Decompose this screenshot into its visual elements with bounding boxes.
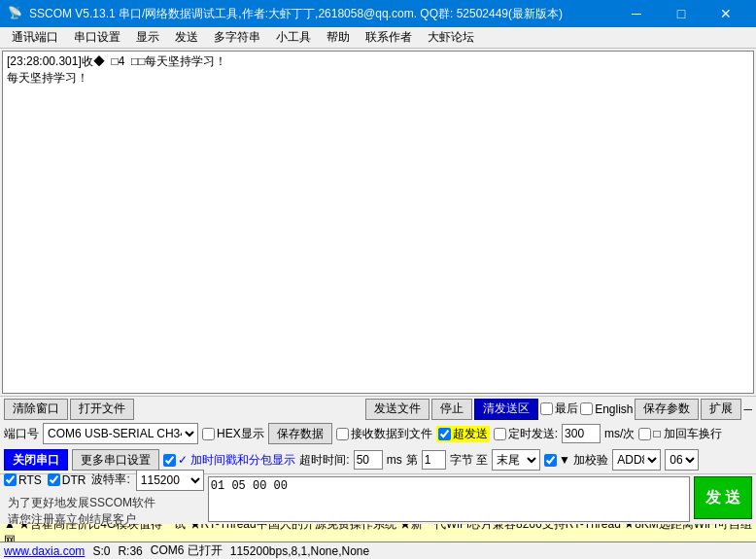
clear-window-button[interactable]: 清除窗口 xyxy=(4,399,68,420)
send-button[interactable]: 发 送 xyxy=(694,476,752,519)
website-label: www.daxia.com xyxy=(4,544,85,558)
checksum-value-select[interactable]: 06 xyxy=(665,449,699,471)
stop-button[interactable]: 停止 xyxy=(431,399,472,420)
add-newline-label[interactable]: □ 加回车换行 xyxy=(638,426,722,442)
menu-serial-settings[interactable]: 串口设置 xyxy=(66,27,128,48)
menu-contact[interactable]: 联系作者 xyxy=(358,27,420,48)
open-file-button[interactable]: 打开文件 xyxy=(70,399,134,420)
minimize-button[interactable]: ─ xyxy=(614,0,659,27)
send-text-input[interactable]: 01 05 00 00 xyxy=(208,476,690,522)
timestamp-label[interactable]: ✓ 加时间戳和分包显示 xyxy=(163,452,295,469)
menu-help[interactable]: 帮助 xyxy=(319,27,358,48)
english-checkbox[interactable] xyxy=(580,402,593,415)
rts-checkbox[interactable] xyxy=(4,473,17,486)
menu-comm-port[interactable]: 通讯端口 xyxy=(4,27,66,48)
last-checkbox-label[interactable]: 最后 xyxy=(540,401,578,417)
timed-send-input[interactable] xyxy=(562,424,601,443)
save-params-button[interactable]: 保存参数 xyxy=(635,399,699,420)
timeout-label: 超时时间: xyxy=(299,452,349,469)
baud-label: 波特率: xyxy=(91,472,129,488)
window-controls: ─ □ ✕ xyxy=(614,0,748,27)
send-file-button[interactable]: 发送文件 xyxy=(365,399,430,420)
dtr-label[interactable]: DTR xyxy=(48,473,86,487)
recv-count-label: R:36 xyxy=(118,544,142,558)
packet-num-input[interactable] xyxy=(422,450,446,470)
timestamp-checkbox[interactable] xyxy=(163,454,176,467)
send-count-label: S:0 xyxy=(92,544,110,558)
rts-label[interactable]: RTS xyxy=(4,473,42,487)
toolbar-row2: 端口号 COM6 USB-SERIAL CH340 HEX显示 保存数据 接收数… xyxy=(0,421,756,446)
port-select[interactable]: COM6 USB-SERIAL CH340 xyxy=(43,423,198,444)
terminal-output: [23:28:00.301]收◆ □4 □□每天坚持学习！ 每天坚持学习！ xyxy=(2,51,754,394)
ticker-bar: ▲ ★含霍高性价比4G模块值得一试 ★RT-Thread中国人的开源免费操作系统… xyxy=(0,524,756,542)
send-area-row: RTS DTR 波特率: 115200 为了更好地发展SSCOM软件 请您注册嘉… xyxy=(0,473,756,524)
close-button[interactable]: ✕ xyxy=(704,0,748,27)
close-port-button[interactable]: 关闭串口 xyxy=(4,449,68,471)
menu-send[interactable]: 发送 xyxy=(167,27,206,48)
save-data-button[interactable]: 保存数据 xyxy=(268,423,332,444)
app-icon: 📡 xyxy=(8,6,23,21)
byte-label: 字节 至 xyxy=(450,452,488,469)
port-params-label: 115200bps,8,1,None,None xyxy=(230,544,369,558)
port-status-label: COM6 已打开 xyxy=(151,542,223,559)
clear-send-area-button[interactable]: 清发送区 xyxy=(474,399,538,420)
receive-file-checkbox[interactable] xyxy=(336,428,349,440)
title-text: SSCOM V5.13.1 串口/网络数据调试工具,作者:大虾丁丁,261805… xyxy=(29,6,614,22)
status-bar: www.daxia.com S:0 R:36 COM6 已打开 115200bp… xyxy=(0,542,756,559)
packet-prefix-label: 第 xyxy=(406,452,418,469)
title-bar: 📡 SSCOM V5.13.1 串口/网络数据调试工具,作者:大虾丁丁,2618… xyxy=(0,0,756,27)
checksum-checkbox[interactable] xyxy=(544,454,557,467)
menu-bar: 通讯端口 串口设置 显示 发送 多字符串 小工具 帮助 联系作者 大虾论坛 xyxy=(0,27,756,49)
menu-multistring[interactable]: 多字符串 xyxy=(206,27,268,48)
dtr-checkbox[interactable] xyxy=(48,473,60,486)
maximize-button[interactable]: □ xyxy=(659,0,704,27)
auto-send-label[interactable]: 超发送 xyxy=(436,426,490,442)
menu-display[interactable]: 显示 xyxy=(128,27,167,48)
timed-send-checkbox[interactable] xyxy=(494,428,506,440)
last-checkbox[interactable] xyxy=(540,402,553,415)
toolbar-row1: 清除窗口 打开文件 发送文件 停止 清发送区 最后 English 保存参数 扩… xyxy=(0,396,756,421)
hex-display-checkbox[interactable] xyxy=(202,428,215,440)
add-newline-checkbox[interactable] xyxy=(638,428,651,440)
byte-end-select[interactable]: 末尾 xyxy=(492,449,540,471)
timed-send-label[interactable]: 定时发送: xyxy=(494,426,558,442)
receive-file-label[interactable]: 接收数据到文件 xyxy=(336,426,432,442)
ms-label: ms xyxy=(387,453,402,467)
timeout-input[interactable] xyxy=(354,450,383,470)
baud-select[interactable]: 115200 xyxy=(136,470,204,491)
port-label: 端口号 xyxy=(4,426,39,442)
ticker-text: ▲ ★含霍高性价比4G模块值得一试 ★RT-Thread中国人的开源免费操作系统… xyxy=(4,524,752,542)
english-checkbox-label[interactable]: English xyxy=(580,402,633,416)
menu-forum[interactable]: 大虾论坛 xyxy=(420,27,482,48)
more-serial-settings-button[interactable]: 更多串口设置 xyxy=(72,449,159,471)
terminal-text: [23:28:00.301]收◆ □4 □□每天坚持学习！ 每天坚持学习！ xyxy=(7,54,227,85)
ms-per-time-label: ms/次 xyxy=(604,426,635,442)
expand-button[interactable]: 扩展 xyxy=(701,399,741,420)
checksum-type-select[interactable]: ADD8 xyxy=(612,449,661,471)
hex-display-label[interactable]: HEX显示 xyxy=(202,426,264,442)
menu-tools[interactable]: 小工具 xyxy=(268,27,319,48)
checksum-label[interactable]: ▼ 加校验 xyxy=(544,452,608,469)
auto-send-checkbox[interactable] xyxy=(438,428,451,440)
